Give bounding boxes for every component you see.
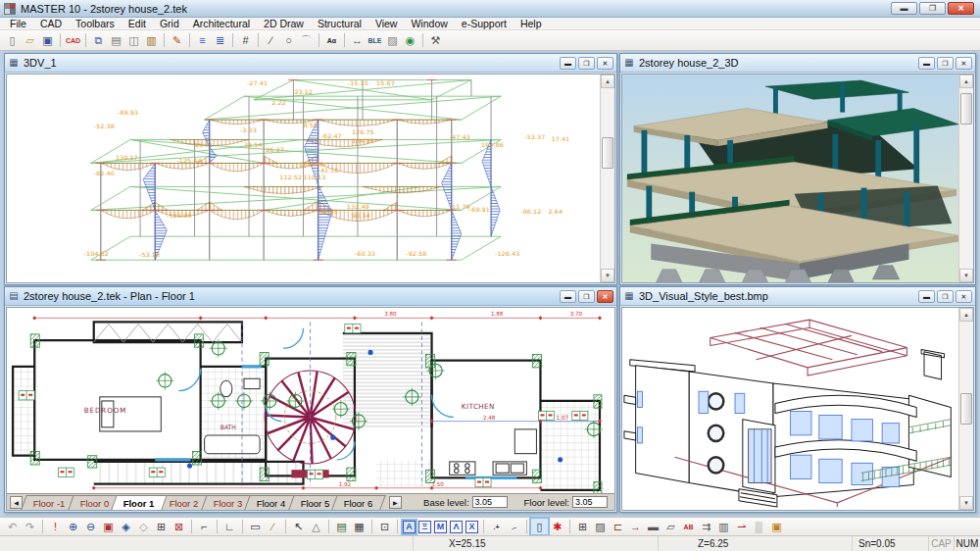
- zoom-window-button[interactable]: ▣: [100, 519, 117, 534]
- tab-scroll-left-button[interactable]: ◀: [10, 496, 23, 509]
- hatch-display-button[interactable]: ▨: [592, 519, 609, 534]
- spray-tool-button[interactable]: ▒: [751, 519, 767, 534]
- new-file-button[interactable]: ▯: [4, 32, 21, 48]
- scroll-up-arrow-icon[interactable]: ▲: [601, 75, 614, 88]
- mouse-settings-button[interactable]: ▯: [531, 519, 548, 534]
- e-support-cart-button[interactable]: ◉: [402, 32, 418, 48]
- menu-2d-draw[interactable]: 2D Draw: [257, 18, 311, 29]
- scrollbar-thumb[interactable]: [602, 137, 613, 169]
- select-filter-button[interactable]: ↖: [290, 519, 307, 534]
- arrows-tool-button[interactable]: ⇉: [698, 519, 714, 534]
- window-3d-render[interactable]: ▦ 2storey house_2_3D ▬ ❐ ✕: [619, 53, 976, 285]
- decimal-decrease-button[interactable]: .-: [506, 519, 522, 534]
- snap-settings-button[interactable]: ✱: [549, 519, 565, 534]
- draw-line-button[interactable]: ∕: [263, 32, 279, 48]
- floor-plan-drawing[interactable]: 3.801.883.702.481.071.921.50 BEDROOM BAT…: [7, 308, 604, 496]
- menu-edit[interactable]: Edit: [122, 18, 153, 29]
- protractor-button[interactable]: △: [308, 519, 324, 534]
- grid-settings-button[interactable]: #: [237, 32, 254, 48]
- regen-alert-button[interactable]: !: [47, 519, 64, 534]
- view-corner-button[interactable]: ⌐: [196, 519, 213, 534]
- edit-properties-button[interactable]: ▤: [333, 519, 350, 534]
- child-minimize-button[interactable]: ▬: [560, 57, 576, 70]
- quick-dimension-button[interactable]: ∕: [265, 519, 281, 534]
- text-ab-button[interactable]: AB: [680, 519, 697, 534]
- hatch-tool-button[interactable]: ▨: [384, 32, 401, 48]
- decimal-increase-button[interactable]: .+: [488, 519, 505, 534]
- measure-distance-button[interactable]: ▭: [247, 519, 264, 534]
- open-file-button[interactable]: ▱: [22, 32, 38, 48]
- grid-display-button[interactable]: ⊞: [574, 519, 591, 534]
- window-visual-style-titlebar[interactable]: ▦ 3D_Visual_Style_best.bmp ▬ ❐ ✕: [620, 287, 975, 306]
- child-close-button[interactable]: ✕: [597, 290, 613, 303]
- scroll-down-arrow-icon[interactable]: ▼: [601, 269, 614, 282]
- window-3dv-1-titlebar[interactable]: ▦ 3DV_1 ▬ ❐ ✕: [5, 54, 616, 73]
- entity-list-button[interactable]: ≡: [194, 32, 211, 48]
- mode-a-button[interactable]: A: [403, 521, 416, 533]
- menu-toolbars[interactable]: Toolbars: [69, 18, 122, 29]
- menu-e-support[interactable]: e-Support: [455, 18, 514, 29]
- mode-xi-button[interactable]: Ξ: [418, 521, 431, 533]
- child-maximize-button[interactable]: ❐: [578, 290, 595, 303]
- menu-structural[interactable]: Structural: [311, 18, 368, 29]
- zoom-out-button[interactable]: ⊖: [82, 519, 99, 534]
- scrollbar-thumb[interactable]: [960, 93, 972, 125]
- window-plan-titlebar[interactable]: ▤ 2storey house_2.tek - Plan - Floor 1 ▬…: [5, 287, 616, 306]
- text-tool-button[interactable]: Aα: [323, 32, 340, 48]
- save-file-button[interactable]: ▣: [39, 32, 56, 48]
- child-minimize-button[interactable]: ▬: [918, 290, 935, 303]
- base-level-input[interactable]: [472, 496, 508, 508]
- window-visual-style[interactable]: ▦ 3D_Visual_Style_best.bmp ▬ ❐ ✕: [619, 286, 976, 513]
- menu-grid[interactable]: Grid: [153, 18, 186, 29]
- ble-tool-button[interactable]: BLE: [367, 32, 383, 48]
- wall-tool-button[interactable]: ⊏: [610, 519, 626, 534]
- undo-button[interactable]: ↶: [4, 519, 21, 534]
- settings-tools-button[interactable]: ⚒: [427, 32, 444, 48]
- trim-tool-button[interactable]: →: [627, 519, 644, 534]
- redo-button[interactable]: ↷: [22, 519, 38, 534]
- floor-level-input[interactable]: [572, 496, 608, 508]
- draw-arc-button[interactable]: ⌒: [298, 32, 315, 48]
- dimension-tool-button[interactable]: ↔: [349, 32, 366, 48]
- zoom-extents-button[interactable]: ⊞: [153, 519, 170, 534]
- scroll-down-arrow-icon[interactable]: ▼: [959, 496, 973, 510]
- menu-cad[interactable]: CAD: [33, 18, 69, 29]
- mode-x-button[interactable]: X: [466, 521, 478, 533]
- slab-tool-button[interactable]: ▱: [662, 519, 679, 534]
- child-minimize-button[interactable]: ▬: [560, 290, 576, 303]
- titlebar[interactable]: MASTER 10 - 2storey house_2.tek ▬ ❐ ✕: [0, 0, 980, 18]
- child-close-button[interactable]: ✕: [956, 290, 972, 303]
- vertical-scrollbar[interactable]: ▲ ▼: [958, 75, 973, 282]
- print-preview-button[interactable]: ◫: [125, 32, 142, 48]
- screen-tool-button[interactable]: ▥: [715, 519, 732, 534]
- scroll-down-arrow-icon[interactable]: ▼: [959, 269, 973, 282]
- zoom-in-button[interactable]: ⊕: [65, 519, 81, 534]
- scrollbar-thumb[interactable]: [960, 393, 972, 425]
- wireframe-house-view[interactable]: [622, 308, 962, 511]
- window-3d-render-titlebar[interactable]: ▦ 2storey house_2_3D ▬ ❐ ✕: [620, 54, 975, 73]
- cad-export-button[interactable]: CAD: [65, 32, 81, 48]
- vertical-scrollbar[interactable]: ▲ ▼: [600, 75, 614, 282]
- window-plan-floor1[interactable]: ▤ 2storey house_2.tek - Plan - Floor 1 ▬…: [4, 286, 617, 513]
- mode-lambda-button[interactable]: Λ: [450, 521, 463, 533]
- render-3d-view[interactable]: [622, 75, 962, 283]
- zoom-select-button[interactable]: ◈: [118, 519, 134, 534]
- mode-m-button[interactable]: M: [434, 521, 447, 533]
- floor-tab-floor-6[interactable]: Floor 6: [332, 495, 386, 510]
- view-rotate-button[interactable]: ∟: [221, 519, 238, 534]
- print-button[interactable]: ▤: [108, 32, 124, 48]
- window-3dv-1[interactable]: ▦ 3DV_1 ▬ ❐ ✕: [4, 53, 617, 285]
- scroll-up-arrow-icon[interactable]: ▲: [959, 75, 973, 88]
- tab-scroll-right-button[interactable]: ▶: [389, 496, 402, 509]
- table-view-button[interactable]: ▦: [351, 519, 368, 534]
- child-maximize-button[interactable]: ❐: [937, 290, 954, 303]
- menu-architectural[interactable]: Architectural: [186, 18, 257, 29]
- menu-file[interactable]: File: [3, 18, 33, 29]
- vertical-scrollbar[interactable]: ▲ ▼: [958, 308, 973, 510]
- close-button[interactable]: ✕: [948, 2, 974, 15]
- menu-window[interactable]: Window: [404, 18, 454, 29]
- menu-view[interactable]: View: [368, 18, 405, 29]
- sketch-pen-button[interactable]: ✎: [169, 32, 185, 48]
- zoom-dynamic-button[interactable]: ◇: [135, 519, 152, 534]
- structural-moment-diagram[interactable]: -27.412.2223.12-15.1015.678.55-3.33-89.9…: [7, 75, 604, 283]
